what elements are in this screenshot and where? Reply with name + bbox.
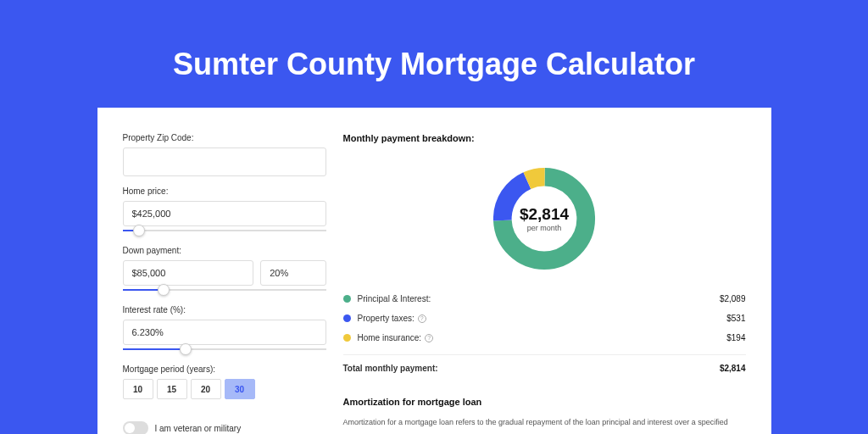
amortization-title: Amortization for mortgage loan xyxy=(343,397,746,407)
home-price-label: Home price: xyxy=(123,186,326,196)
total-label: Total monthly payment: xyxy=(343,364,720,373)
form-column: Property Zip Code: Home price: Down paym… xyxy=(123,133,326,434)
period-button-15[interactable]: 15 xyxy=(157,379,187,399)
legend-label: Property taxes:? xyxy=(358,314,727,323)
legend-dot xyxy=(343,334,351,342)
amortization-text: Amortization for a mortgage loan refers … xyxy=(343,417,746,428)
page-title: Sumter County Mortgage Calculator xyxy=(173,47,695,82)
down-payment-pct-input[interactable] xyxy=(260,260,326,286)
zip-label: Property Zip Code: xyxy=(123,133,326,142)
legend-label: Home insurance:? xyxy=(358,333,727,342)
interest-input[interactable] xyxy=(123,320,326,345)
interest-slider[interactable] xyxy=(123,346,326,358)
period-button-30[interactable]: 30 xyxy=(225,379,255,399)
down-payment-input[interactable] xyxy=(123,260,254,286)
info-icon[interactable]: ? xyxy=(418,314,426,323)
interest-label: Interest rate (%): xyxy=(123,305,326,314)
legend-value: $2,089 xyxy=(720,294,746,303)
toggle-knob xyxy=(125,423,135,433)
slider-thumb[interactable] xyxy=(180,343,192,355)
calculator-card: Property Zip Code: Home price: Down paym… xyxy=(97,108,771,434)
breakdown-title: Monthly payment breakdown: xyxy=(343,133,746,143)
period-label: Mortgage period (years): xyxy=(123,364,326,374)
legend-value: $194 xyxy=(726,333,745,342)
donut-center: $2,814 per month xyxy=(520,205,569,232)
period-group: 10152030 xyxy=(123,379,326,399)
legend-total: Total monthly payment:$2,814 xyxy=(343,354,746,373)
donut-sub: per month xyxy=(520,224,569,232)
slider-thumb[interactable] xyxy=(158,284,170,296)
info-icon[interactable]: ? xyxy=(425,334,433,342)
veteran-label: I am veteran or military xyxy=(155,424,242,433)
donut-chart: $2,814 per month xyxy=(343,157,746,281)
legend-value: $531 xyxy=(726,314,745,323)
amortization-card: Amortization for mortgage loan Amortizat… xyxy=(343,387,746,428)
legend-dot xyxy=(343,314,351,322)
legend-dot xyxy=(343,295,351,303)
legend-row: Property taxes:?$531 xyxy=(343,314,746,323)
legend-row: Home insurance:?$194 xyxy=(343,333,746,342)
down-payment-label: Down payment: xyxy=(123,246,326,255)
slider-thumb[interactable] xyxy=(133,225,145,236)
home-price-input[interactable] xyxy=(123,201,326,226)
period-button-10[interactable]: 10 xyxy=(123,379,153,399)
zip-input[interactable] xyxy=(123,147,326,176)
total-value: $2,814 xyxy=(720,364,746,373)
donut-amount: $2,814 xyxy=(520,205,569,224)
legend: Principal & Interest:$2,089Property taxe… xyxy=(343,294,746,373)
results-column: Monthly payment breakdown: $2,814 per mo… xyxy=(343,133,746,434)
period-button-20[interactable]: 20 xyxy=(191,379,221,399)
down-payment-slider[interactable] xyxy=(123,287,326,298)
legend-row: Principal & Interest:$2,089 xyxy=(343,294,746,303)
legend-label: Principal & Interest: xyxy=(358,294,720,303)
home-price-slider[interactable] xyxy=(123,227,326,239)
veteran-toggle[interactable] xyxy=(123,421,148,434)
